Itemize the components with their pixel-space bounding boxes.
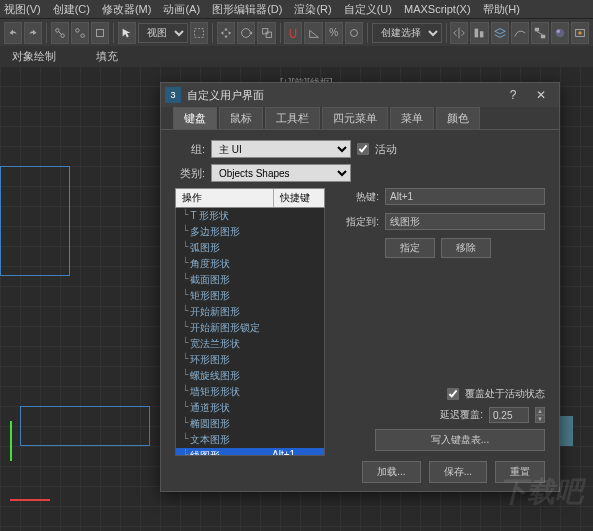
action-item[interactable]: └宽法兰形状	[176, 336, 324, 352]
save-button[interactable]: 保存...	[429, 461, 487, 483]
hotkey-label: 热键:	[335, 190, 379, 204]
menu-create[interactable]: 创建(C)	[53, 2, 90, 17]
action-item[interactable]: └椭圆图形	[176, 416, 324, 432]
menu-customize[interactable]: 自定义(U)	[344, 2, 392, 17]
svg-point-10	[350, 29, 357, 36]
header-shortcut[interactable]: 快捷键	[274, 189, 324, 207]
action-item[interactable]: └螺旋线图形	[176, 368, 324, 384]
override-active-label: 覆盖处于活动状态	[465, 387, 545, 401]
menu-grapheditors[interactable]: 图形编辑器(D)	[212, 2, 282, 17]
unlink-icon[interactable]	[71, 22, 89, 44]
load-button[interactable]: 加载...	[362, 461, 420, 483]
menu-modifiers[interactable]: 修改器(M)	[102, 2, 152, 17]
tab-menus[interactable]: 菜单	[390, 107, 434, 129]
action-item[interactable]: └文本图形	[176, 432, 324, 448]
action-item[interactable]: └多边形图形	[176, 224, 324, 240]
named-selection-dropdown[interactable]: 创建选择集	[372, 23, 442, 43]
action-item[interactable]: └弧图形	[176, 240, 324, 256]
bind-icon[interactable]	[91, 22, 109, 44]
active-checkbox[interactable]	[357, 143, 369, 155]
action-item[interactable]: └通道形状	[176, 400, 324, 416]
select-icon[interactable]	[118, 22, 136, 44]
tab-colors[interactable]: 颜色	[436, 107, 480, 129]
delay-override-spinner[interactable]	[489, 407, 529, 423]
spinner-up-icon[interactable]: ▲	[535, 407, 545, 415]
action-item[interactable]: └矩形图形	[176, 288, 324, 304]
axis-x	[10, 499, 50, 501]
move-icon[interactable]	[217, 22, 235, 44]
subbar-object-paint[interactable]: 对象绘制	[12, 49, 56, 64]
svg-rect-8	[262, 28, 267, 33]
spinner-snap-icon[interactable]	[345, 22, 363, 44]
action-list[interactable]: └T 形形状└多边形图形└弧图形└角度形状└截面图形└矩形图形└开始新图形└开始…	[175, 208, 325, 456]
percent-snap-icon[interactable]: %	[325, 22, 343, 44]
menu-animation[interactable]: 动画(A)	[163, 2, 200, 17]
redo-icon[interactable]	[24, 22, 42, 44]
close-button[interactable]: ✕	[527, 85, 555, 105]
spinner-down-icon[interactable]: ▼	[535, 415, 545, 423]
ribbon-subbar: 对象绘制 填充	[0, 46, 593, 66]
reset-button[interactable]: 重置	[495, 461, 545, 483]
render-setup-icon[interactable]	[571, 22, 589, 44]
svg-rect-13	[535, 27, 539, 31]
action-item[interactable]: └环形图形	[176, 352, 324, 368]
menu-maxscript[interactable]: MAXScript(X)	[404, 3, 471, 15]
mirror-icon[interactable]	[450, 22, 468, 44]
svg-rect-9	[266, 32, 271, 37]
svg-rect-14	[541, 34, 545, 38]
menu-rendering[interactable]: 渲染(R)	[294, 2, 331, 17]
axis-y	[10, 421, 12, 461]
assign-button[interactable]: 指定	[385, 238, 435, 258]
scale-icon[interactable]	[257, 22, 275, 44]
app-icon: 3	[165, 87, 181, 103]
action-item[interactable]: └开始新图形锁定	[176, 320, 324, 336]
undo-icon[interactable]	[4, 22, 22, 44]
delay-override-label: 延迟覆盖:	[440, 408, 483, 422]
action-item[interactable]: └T 形形状	[176, 208, 324, 224]
tab-mouse[interactable]: 鼠标	[219, 107, 263, 129]
svg-line-2	[58, 31, 62, 35]
header-action[interactable]: 操作	[176, 189, 274, 207]
link-icon[interactable]	[51, 22, 69, 44]
tab-quads[interactable]: 四元菜单	[322, 107, 388, 129]
help-button[interactable]: ?	[499, 85, 527, 105]
menu-help[interactable]: 帮助(H)	[483, 2, 520, 17]
rotate-icon[interactable]	[237, 22, 255, 44]
subbar-populate[interactable]: 填充	[96, 49, 118, 64]
active-checkbox-label: 活动	[375, 142, 397, 157]
hotkey-input[interactable]	[385, 188, 545, 205]
assigned-to-label: 指定到:	[335, 215, 379, 229]
group-label: 组:	[175, 142, 205, 157]
align-icon[interactable]	[470, 22, 488, 44]
assigned-to-field	[385, 213, 545, 230]
menu-view[interactable]: 视图(V)	[4, 2, 41, 17]
action-item[interactable]: └线图形Alt+1	[176, 448, 324, 456]
category-dropdown[interactable]: Objects Shapes	[211, 164, 351, 182]
dialog-titlebar[interactable]: 3 自定义用户界面 ? ✕	[161, 83, 559, 107]
dialog-title: 自定义用户界面	[187, 88, 264, 103]
select-rect-icon[interactable]	[190, 22, 208, 44]
action-item[interactable]: └角度形状	[176, 256, 324, 272]
selection-filter-dropdown[interactable]: 视图	[138, 23, 188, 43]
action-item[interactable]: └截面图形	[176, 272, 324, 288]
dialog-tabs: 键盘 鼠标 工具栏 四元菜单 菜单 颜色	[161, 107, 559, 129]
angle-snap-icon[interactable]	[304, 22, 322, 44]
curve-editor-icon[interactable]	[511, 22, 529, 44]
schematic-icon[interactable]	[531, 22, 549, 44]
write-keyboard-chart-button[interactable]: 写入键盘表...	[375, 429, 545, 451]
customize-ui-dialog: 3 自定义用户界面 ? ✕ 键盘 鼠标 工具栏 四元菜单 菜单 颜色 组: 主 …	[160, 82, 560, 492]
svg-line-15	[536, 31, 542, 35]
layers-icon[interactable]	[491, 22, 509, 44]
category-label: 类别:	[175, 166, 205, 181]
material-editor-icon[interactable]	[551, 22, 569, 44]
tab-keyboard[interactable]: 键盘	[173, 107, 217, 129]
override-active-checkbox[interactable]	[447, 388, 459, 400]
remove-button[interactable]: 移除	[441, 238, 491, 258]
snap-icon[interactable]	[284, 22, 302, 44]
tab-toolbars[interactable]: 工具栏	[265, 107, 320, 129]
svg-point-4	[81, 33, 85, 37]
action-item[interactable]: └开始新图形	[176, 304, 324, 320]
svg-rect-12	[480, 31, 484, 37]
group-dropdown[interactable]: 主 UI	[211, 140, 351, 158]
action-item[interactable]: └墙矩形形状	[176, 384, 324, 400]
